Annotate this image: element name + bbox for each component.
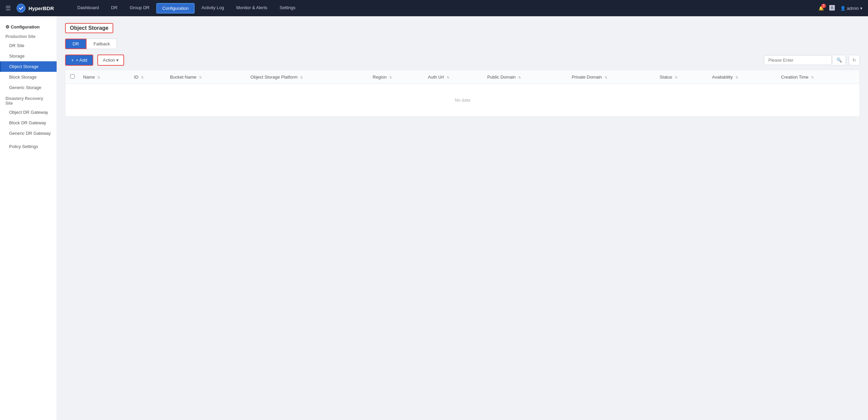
page-title: Object Storage [65,23,113,33]
sidebar: ⚙ Configuration Production Site DR Site … [0,16,57,420]
sort-name-icon[interactable]: ⇅ [97,76,100,79]
sidebar-group-dr-site: Disastery Recovery Site [0,93,57,107]
sidebar-item-object-dr-gateway[interactable]: Object DR Gateway [0,107,57,118]
refresh-icon: ↻ [852,58,856,63]
config-gear-icon: ⚙ [5,24,9,29]
col-id: ID ⇅ [130,70,166,84]
app-name: HyperBDR [28,5,54,11]
sidebar-item-generic-storage[interactable]: Generic Storage [0,82,57,93]
col-object-storage-platform: Object Storage Platform ⇅ [246,70,369,84]
nav-items: Dashboard DR Group DR Configuration Acti… [72,3,818,14]
sort-status-icon[interactable]: ⇅ [675,76,677,79]
sort-id-icon[interactable]: ⇅ [141,76,144,79]
col-region: Region ⇅ [369,70,424,84]
admin-menu[interactable]: 👤 admin ▾ [840,6,863,11]
search-button[interactable]: 🔍 [833,55,846,65]
nav-monitor-alerts[interactable]: Monitor & Alerts [231,3,273,14]
col-status: Status ⇅ [656,70,708,84]
notification-badge: 7 [821,4,826,8]
sort-creation-icon[interactable]: ⇅ [811,76,814,79]
tab-dr[interactable]: DR [65,39,86,49]
col-name: Name ⇅ [79,70,130,84]
data-table: Name ⇅ ID ⇅ Bucket Name ⇅ Object Stora [65,70,860,117]
action-chevron-icon: ▾ [116,58,119,63]
sidebar-item-policy-settings[interactable]: Policy Settings [0,141,57,152]
action-button[interactable]: Action ▾ [97,55,124,66]
nav-activity-log[interactable]: Activity Log [196,3,229,14]
sort-platform-icon[interactable]: ⇅ [300,76,303,79]
search-input[interactable] [764,55,832,65]
sidebar-item-generic-dr-gateway[interactable]: Generic DR Gateway [0,128,57,139]
admin-label: admin [847,6,859,11]
plus-icon: + [71,58,74,63]
page-layout: ⚙ Configuration Production Site DR Site … [0,16,868,420]
admin-chevron-icon: ▾ [860,6,863,11]
avatar-icon: 🅰 [829,5,835,11]
refresh-button[interactable]: ↻ [849,55,860,65]
sidebar-item-block-dr-gateway[interactable]: Block DR Gateway [0,118,57,128]
table-body: No data [65,84,860,117]
sort-public-icon[interactable]: ⇅ [518,76,521,79]
nav-group-dr[interactable]: Group DR [124,3,155,14]
nav-dashboard[interactable]: Dashboard [72,3,104,14]
notification-bell[interactable]: 🔔 7 [818,6,824,11]
header-checkbox-cell [65,70,79,84]
hamburger-menu[interactable]: ☰ [5,4,11,12]
add-button[interactable]: + + Add [65,55,93,66]
col-bucket-name: Bucket Name ⇅ [166,70,246,84]
data-table-container: Name ⇅ ID ⇅ Bucket Name ⇅ Object Stora [65,70,860,117]
sidebar-item-storage[interactable]: Storage [0,51,57,61]
logo-icon [16,3,26,13]
col-public-domain: Public Domain ⇅ [483,70,568,84]
sort-private-icon[interactable]: ⇅ [605,76,607,79]
col-auth-url: Auth Url ⇅ [424,70,483,84]
no-data-cell: No data [65,84,860,117]
search-icon: 🔍 [836,58,842,63]
col-availability: Availability ⇅ [708,70,777,84]
top-navigation: ☰ HyperBDR Dashboard DR Group DR Configu… [0,0,868,16]
admin-user-icon: 👤 [840,6,846,11]
select-all-checkbox[interactable] [70,74,75,79]
nav-dr[interactable]: DR [106,3,123,14]
col-private-domain: Private Domain ⇅ [568,70,655,84]
tabs-row: DR Failback [65,39,860,49]
sort-availability-icon[interactable]: ⇅ [735,76,738,79]
sort-auth-icon[interactable]: ⇅ [447,76,449,79]
nav-right: 🔔 7 🅰 👤 admin ▾ [818,5,863,11]
no-data-row: No data [65,84,860,117]
app-logo: HyperBDR [16,3,64,13]
sort-region-icon[interactable]: ⇅ [389,76,392,79]
svg-point-0 [17,4,25,13]
nav-settings[interactable]: Settings [274,3,301,14]
sidebar-item-dr-site[interactable]: DR Site [0,40,57,51]
table-header: Name ⇅ ID ⇅ Bucket Name ⇅ Object Stora [65,70,860,84]
main-content: Object Storage DR Failback + + Add Actio… [57,16,868,420]
toolbar: + + Add Action ▾ 🔍 ↻ [65,55,860,66]
sidebar-item-object-storage[interactable]: Object Storage [0,61,57,72]
search-box: 🔍 ↻ [764,55,860,65]
action-label: Action [103,58,115,63]
tab-failback[interactable]: Failback [86,39,117,49]
sort-bucket-icon[interactable]: ⇅ [199,76,202,79]
sidebar-item-block-storage[interactable]: Block Storage [0,72,57,82]
sidebar-group-production: Production Site [0,31,57,40]
sidebar-config-title: ⚙ Configuration [0,22,57,31]
nav-configuration[interactable]: Configuration [156,3,195,14]
col-creation-time: Creation Time ⇅ [777,70,860,84]
